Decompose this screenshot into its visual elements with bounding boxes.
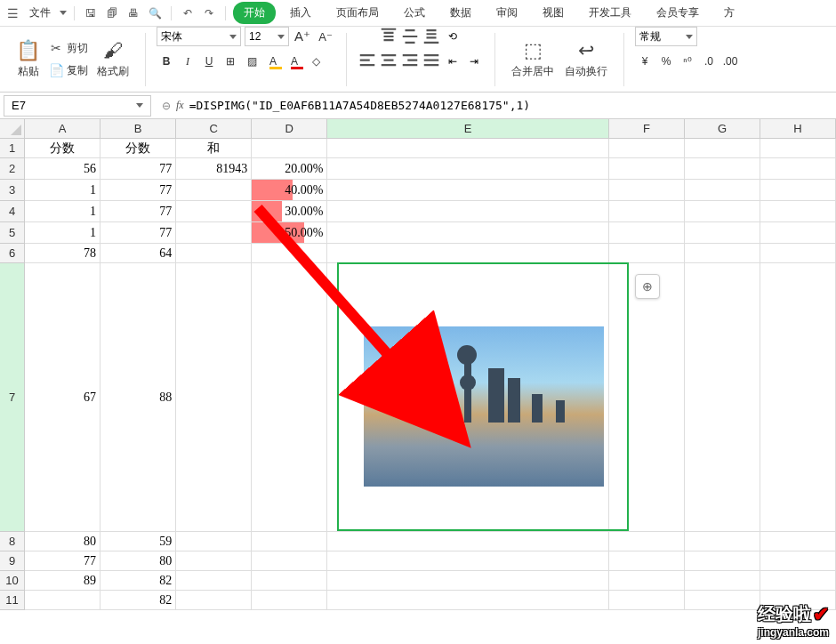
cell[interactable]: 56: [25, 158, 100, 180]
cell[interactable]: [327, 201, 608, 222]
cell[interactable]: [609, 222, 685, 244]
tab-view[interactable]: 视图: [532, 2, 575, 24]
paste-button[interactable]: 📋 粘贴: [11, 36, 45, 83]
tab-data[interactable]: 数据: [439, 2, 482, 24]
cell[interactable]: [327, 222, 608, 244]
tab-more[interactable]: 方: [713, 2, 745, 24]
cell[interactable]: 50.00%: [252, 222, 327, 244]
cell[interactable]: [760, 551, 836, 571]
clear-format-button[interactable]: ◇: [306, 52, 326, 71]
print-icon[interactable]: 🖶: [125, 4, 142, 22]
save-as-icon[interactable]: 🗐: [103, 4, 121, 22]
cell[interactable]: 1: [25, 222, 100, 244]
cell[interactable]: [609, 571, 685, 591]
cell[interactable]: 89: [25, 571, 100, 591]
hamburger-icon[interactable]: ☰: [5, 6, 20, 20]
bold-button[interactable]: B: [157, 52, 176, 71]
column-header-B[interactable]: B: [100, 119, 176, 138]
cell[interactable]: [252, 139, 327, 158]
column-header-G[interactable]: G: [685, 119, 760, 138]
percent-icon[interactable]: %: [656, 52, 676, 71]
cell[interactable]: [176, 201, 252, 222]
cell[interactable]: [176, 180, 252, 201]
cell[interactable]: [760, 158, 836, 180]
row-header-3[interactable]: 3: [0, 180, 24, 201]
cell[interactable]: 1: [25, 180, 100, 201]
column-header-E[interactable]: E: [327, 119, 609, 138]
cell[interactable]: [327, 571, 608, 591]
cell[interactable]: [176, 532, 252, 551]
cell[interactable]: [176, 222, 252, 244]
cell[interactable]: [760, 244, 836, 263]
cell[interactable]: [685, 263, 760, 532]
cell[interactable]: 40.00%: [252, 180, 327, 201]
cell[interactable]: [760, 263, 836, 532]
align-center-icon[interactable]: [379, 52, 398, 71]
cell[interactable]: 77: [25, 551, 100, 571]
font-color-button[interactable]: A: [285, 52, 304, 71]
cell[interactable]: [176, 244, 252, 263]
cell[interactable]: [760, 139, 836, 158]
cell[interactable]: [685, 158, 760, 180]
cell[interactable]: [685, 139, 760, 158]
border-button[interactable]: ⊞: [221, 52, 240, 71]
cell[interactable]: [252, 244, 327, 263]
fx-icon[interactable]: fx: [176, 99, 184, 112]
row-header-9[interactable]: 9: [0, 551, 24, 571]
indent-increase-icon[interactable]: ⇥: [464, 52, 484, 71]
cell[interactable]: [760, 180, 836, 201]
cell[interactable]: 82: [100, 591, 176, 610]
file-menu[interactable]: 文件: [24, 5, 56, 20]
column-header-D[interactable]: D: [252, 119, 327, 138]
cell[interactable]: [685, 591, 760, 610]
cell[interactable]: [685, 551, 760, 571]
format-painter-button[interactable]: 🖌 格式刷: [92, 36, 134, 83]
image-zoom-button[interactable]: ⊕: [635, 274, 660, 299]
cell[interactable]: 77: [100, 222, 176, 244]
cell[interactable]: [685, 222, 760, 244]
cell[interactable]: [685, 571, 760, 591]
align-bottom-icon[interactable]: [422, 27, 441, 46]
cell[interactable]: 分数: [25, 139, 100, 158]
cell[interactable]: 78: [25, 244, 100, 263]
cell[interactable]: 30.00%: [252, 201, 327, 222]
tab-start[interactable]: 开始: [233, 2, 276, 24]
cell[interactable]: [252, 571, 327, 591]
fill-shape-button[interactable]: ▨: [242, 52, 261, 71]
row-header-2[interactable]: 2: [0, 158, 24, 180]
currency-icon[interactable]: ¥: [635, 52, 655, 71]
cell[interactable]: [252, 263, 327, 532]
indent-decrease-icon[interactable]: ⇤: [443, 52, 462, 71]
cell[interactable]: [327, 244, 608, 263]
cell[interactable]: 20.00%: [252, 158, 327, 180]
merge-center-button[interactable]: ⬚ 合并居中: [506, 36, 559, 83]
font-size-select[interactable]: 12: [245, 27, 289, 46]
cell[interactable]: [252, 591, 327, 610]
tab-insert[interactable]: 插入: [279, 2, 322, 24]
decrease-font-icon[interactable]: A⁻: [316, 27, 335, 46]
file-dropdown-icon[interactable]: [60, 11, 67, 15]
column-header-C[interactable]: C: [176, 119, 252, 138]
copy-button[interactable]: 📄复制: [45, 61, 92, 80]
cell[interactable]: [252, 532, 327, 551]
name-box[interactable]: E7: [4, 95, 151, 117]
cell[interactable]: [609, 139, 685, 158]
cell[interactable]: [176, 591, 252, 610]
cell[interactable]: [327, 532, 608, 551]
column-header-H[interactable]: H: [760, 119, 836, 138]
align-right-icon[interactable]: [400, 52, 420, 71]
column-header-A[interactable]: A: [25, 119, 100, 138]
cell[interactable]: 80: [100, 551, 176, 571]
cell[interactable]: [176, 571, 252, 591]
row-header-10[interactable]: 10: [0, 571, 24, 591]
undo-icon[interactable]: ↶: [179, 4, 197, 22]
decrease-decimal-icon[interactable]: .0: [699, 52, 719, 71]
embedded-image[interactable]: [364, 326, 604, 487]
tab-formula[interactable]: 公式: [393, 2, 436, 24]
row-header-5[interactable]: 5: [0, 222, 24, 244]
cell[interactable]: [760, 201, 836, 222]
align-top-icon[interactable]: [379, 27, 398, 46]
number-format-select[interactable]: 常规: [635, 27, 697, 46]
cell[interactable]: [760, 222, 836, 244]
cell[interactable]: [760, 532, 836, 551]
